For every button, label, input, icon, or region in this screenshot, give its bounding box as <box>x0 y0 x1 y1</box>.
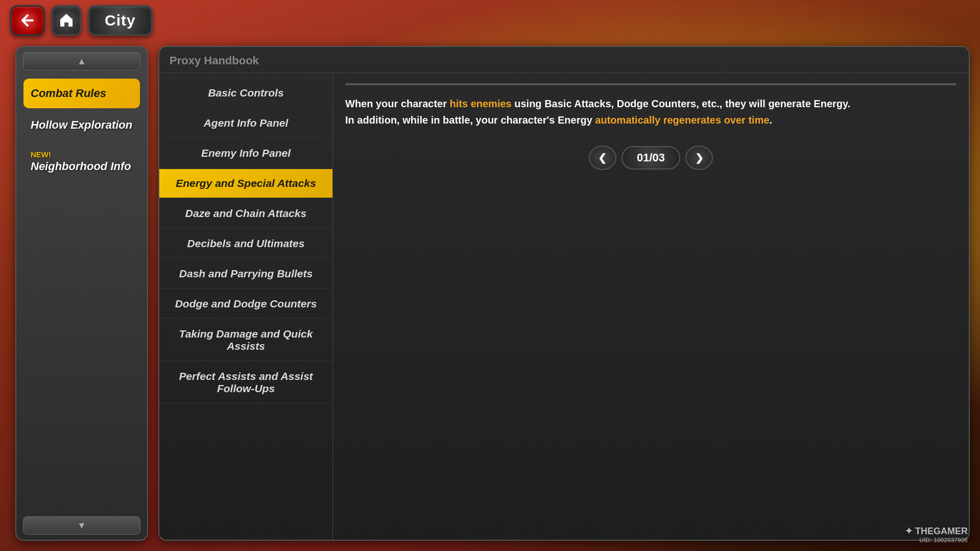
topic-agent-info-panel[interactable]: Agent Info Panel <box>159 109 332 138</box>
topic-perfect-assists-follow-ups[interactable]: Perfect Assists and Assist Follow-Ups <box>159 362 332 403</box>
sidebar-item-label: Neighborhood Info <box>31 160 133 173</box>
sidebar-scroll-down-button[interactable]: ▼ <box>23 516 140 535</box>
chevron-up-icon: ▲ <box>77 56 86 67</box>
topic-content-area: When your character hits enemies using B… <box>333 73 969 540</box>
home-button[interactable] <box>51 5 82 36</box>
city-label[interactable]: City <box>88 5 153 36</box>
prev-icon: ❮ <box>598 152 607 164</box>
content-image <box>345 83 957 85</box>
topic-basic-controls[interactable]: Basic Controls <box>159 78 332 108</box>
chevron-down-icon: ▼ <box>77 520 86 531</box>
next-icon: ❯ <box>695 152 704 164</box>
main-panel: Proxy Handbook Basic Controls Agent Info… <box>158 46 970 541</box>
topic-energy-special-attacks[interactable]: Energy and Special Attacks <box>159 169 332 198</box>
watermark-uid: UID: 1002037906 <box>905 537 968 544</box>
page-indicator: 01/03 <box>622 146 680 170</box>
panel-content: Basic Controls Agent Info Panel Enemy In… <box>159 73 969 540</box>
new-badge-label: NEW! <box>31 150 133 159</box>
topic-decibels-ultimates[interactable]: Decibels and Ultimates <box>159 229 332 258</box>
back-button[interactable] <box>10 5 45 36</box>
prev-page-button[interactable]: ❮ <box>589 146 616 170</box>
content-description: When your character hits enemies using B… <box>345 95 957 128</box>
description-highlight-auto-regen: automatically regenerates over time <box>595 114 769 126</box>
description-text-part1: When your character <box>345 98 450 109</box>
topic-daze-chain-attacks[interactable]: Daze and Chain Attacks <box>159 199 332 228</box>
sidebar: ▲ Combat Rules Hollow Exploration NEW! N… <box>15 46 148 541</box>
next-page-button[interactable]: ❯ <box>685 146 713 170</box>
top-bar: City <box>0 0 980 41</box>
sidebar-item-neighborhood-info[interactable]: NEW! Neighborhood Info <box>23 142 140 181</box>
sidebar-item-combat-rules[interactable]: Combat Rules <box>23 79 140 108</box>
sidebar-item-label: Hollow Exploration <box>31 118 132 131</box>
watermark: ✦ THEGAMER UID: 1002037906 <box>905 525 968 544</box>
sidebar-scroll-up-button[interactable]: ▲ <box>23 52 140 70</box>
sidebar-item-hollow-exploration[interactable]: Hollow Exploration <box>23 110 140 140</box>
description-text-part4: . <box>770 114 773 126</box>
description-text-part3: In addition, while in battle, your chara… <box>345 114 595 126</box>
topic-dash-parrying-bullets[interactable]: Dash and Parrying Bullets <box>159 259 332 289</box>
description-highlight-hits-enemies: hits enemies <box>450 98 512 109</box>
pagination: ❮ 01/03 ❯ <box>345 138 957 175</box>
description-text-part2: using Basic Attacks, Dodge Counters, etc… <box>512 98 851 109</box>
watermark-logo: ✦ THEGAMER <box>905 525 968 537</box>
sidebar-item-label: Combat Rules <box>31 87 106 100</box>
topic-enemy-info-panel[interactable]: Enemy Info Panel <box>159 139 332 168</box>
topic-dodge-dodge-counters[interactable]: Dodge and Dodge Counters <box>159 290 332 319</box>
topic-taking-damage-quick-assists[interactable]: Taking Damage and Quick Assists <box>159 320 332 361</box>
grid-floor <box>346 83 955 84</box>
sidebar-menu: Combat Rules Hollow Exploration NEW! Nei… <box>16 77 147 510</box>
panel-title: Proxy Handbook <box>159 47 969 73</box>
topic-nav: Basic Controls Agent Info Panel Enemy In… <box>159 73 333 540</box>
